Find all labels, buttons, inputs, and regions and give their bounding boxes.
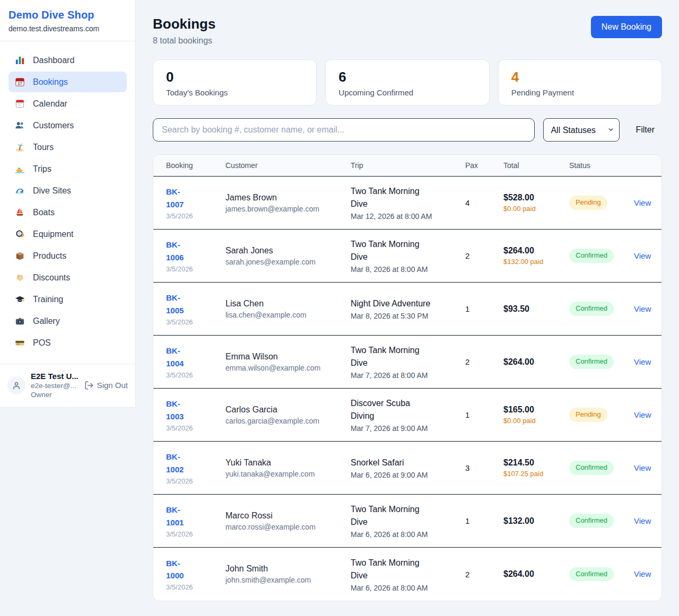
booking-date: 3/5/2026	[166, 212, 221, 220]
view-link[interactable]: View	[634, 516, 651, 525]
booking-id-link[interactable]: BK-1004	[166, 345, 196, 369]
table-row: BK-1005 3/5/2026 Lisa Chen lisa.chen@exa…	[153, 283, 661, 336]
sidebar-item-calendar[interactable]: Calendar	[8, 93, 127, 114]
sidebar-item-dashboard[interactable]: Dashboard	[8, 50, 127, 71]
status-badge: Confirmed	[569, 249, 614, 263]
table-row: BK-1001 3/5/2026 Marco Rossi marco.rossi…	[153, 495, 661, 548]
total-amount: $93.50	[503, 304, 565, 314]
status-cell: Confirmed	[569, 560, 634, 589]
trip-name: Snorkel Safari	[351, 456, 434, 469]
filter-button[interactable]: Filter	[628, 125, 662, 135]
customer-name: Yuki Tanaka	[225, 458, 346, 468]
booking-date: 3/5/2026	[166, 318, 221, 326]
sidebar-item-trips[interactable]: Trips	[8, 159, 127, 179]
view-link[interactable]: View	[634, 198, 651, 207]
status-filter-select[interactable]: All Statuses	[543, 118, 620, 142]
sidebar-item-pos[interactable]: POS	[8, 332, 127, 353]
page-header-text: Bookings 8 total bookings	[153, 16, 215, 46]
view-link[interactable]: View	[634, 463, 651, 472]
new-booking-button[interactable]: New Booking	[591, 16, 662, 38]
status-cell: Pending	[569, 188, 634, 217]
customer-name: Lisa Chen	[225, 299, 346, 309]
customer-cell: John Smith john.smith@example.com	[225, 557, 351, 592]
brand-domain: demo.test.divestreams.com	[8, 24, 127, 33]
table-row: BK-1006 3/5/2026 Sarah Jones sarah.jones…	[153, 230, 661, 283]
booking-date: 3/5/2026	[166, 265, 221, 273]
stat-value: 4	[511, 69, 649, 85]
status-badge: Confirmed	[569, 302, 614, 316]
booking-id-link[interactable]: BK-1007	[166, 186, 196, 210]
total-cell: $528.00 $0.00 paid	[503, 186, 569, 220]
trip-cell: Discover Scuba Diving Mar 7, 2026 at 9:0…	[351, 390, 465, 440]
user-role: Owner	[31, 391, 79, 399]
booking-cell: BK-1005 3/5/2026	[166, 284, 225, 333]
view-link[interactable]: View	[634, 410, 651, 419]
booking-cell: BK-1003 3/5/2026	[166, 390, 225, 439]
booking-id-link[interactable]: BK-1001	[166, 504, 196, 529]
stats-row: 0 Today's Bookings 6 Upcoming Confirmed …	[153, 59, 662, 105]
booking-id-link[interactable]: BK-1003	[166, 398, 196, 423]
total-amount: $165.00	[503, 405, 565, 415]
status-badge: Pending	[569, 196, 607, 210]
sidebar-item-label: Gallery	[33, 316, 60, 326]
pax-cell: 2	[465, 350, 503, 374]
sign-out-button[interactable]: Sign Out	[84, 381, 128, 390]
table-row: BK-1003 3/5/2026 Carlos Garcia carlos.ga…	[153, 389, 661, 442]
paid-amount: $0.00 paid	[503, 205, 551, 213]
booking-id-link[interactable]: BK-1005	[166, 292, 196, 316]
total-cell: $132.00	[503, 509, 569, 533]
sidebar-item-discounts[interactable]: Discounts	[8, 267, 127, 288]
equipment-icon	[15, 229, 25, 239]
booking-date: 3/5/2026	[166, 583, 221, 591]
table-row: BK-1000 3/5/2026 John Smith john.smith@e…	[153, 548, 661, 601]
booking-cell: BK-1000 3/5/2026	[166, 550, 225, 599]
booking-id-link[interactable]: BK-1006	[166, 239, 196, 263]
actions-cell: View	[634, 191, 649, 215]
sidebar-item-customers[interactable]: Customers	[8, 115, 127, 136]
column-header-customer: Customer	[225, 161, 351, 170]
status-cell: Confirmed	[569, 453, 634, 482]
booking-id-link[interactable]: BK-1000	[166, 557, 196, 582]
total-amount: $264.00	[503, 569, 565, 579]
calendar-icon	[15, 99, 25, 109]
sidebar-item-bookings[interactable]: 17 Bookings	[8, 72, 127, 92]
sidebar-item-label: POS	[33, 338, 51, 348]
customer-cell: Sarah Jones sarah.jones@example.com	[225, 239, 351, 274]
avatar	[7, 376, 25, 394]
booking-date: 3/5/2026	[166, 424, 221, 432]
view-link[interactable]: View	[634, 569, 651, 578]
sidebar-item-label: Dashboard	[33, 56, 74, 65]
sidebar-item-dive-sites[interactable]: Dive Sites	[8, 180, 127, 201]
sidebar-item-training[interactable]: Training	[8, 289, 127, 310]
trip-cell: Two Tank Morning Dive Mar 7, 2026 at 8:0…	[351, 337, 465, 387]
user-info: E2E Test U... e2e-tester@... Owner	[31, 372, 79, 399]
stat-label: Today's Bookings	[166, 88, 303, 97]
sidebar-item-tours[interactable]: Tours	[8, 137, 127, 157]
sidebar-item-label: Bookings	[33, 77, 68, 87]
booking-date: 3/5/2026	[166, 530, 221, 538]
sidebar-item-label: Tours	[33, 143, 54, 152]
booking-cell: BK-1004 3/5/2026	[166, 337, 225, 386]
sidebar-item-boats[interactable]: Boats	[8, 202, 127, 223]
sidebar-item-equipment[interactable]: Equipment	[8, 224, 127, 244]
trip-cell: Two Tank Morning Dive Mar 12, 2026 at 8:…	[351, 178, 465, 228]
total-cell: $264.00	[503, 350, 569, 374]
dive-sites-icon	[15, 186, 25, 196]
paid-amount: $0.00 paid	[503, 417, 551, 425]
customer-name: Emma Wilson	[225, 352, 346, 362]
sidebar-item-products[interactable]: Products	[8, 245, 127, 266]
booking-id-link[interactable]: BK-1002	[166, 451, 196, 476]
user-icon	[12, 381, 21, 390]
view-link[interactable]: View	[634, 357, 651, 366]
sidebar-item-gallery[interactable]: Gallery	[8, 311, 127, 331]
sidebar-item-label: Dive Sites	[33, 186, 71, 196]
view-link[interactable]: View	[634, 251, 651, 260]
trip-cell: Two Tank Morning Dive Mar 6, 2026 at 8:0…	[351, 496, 465, 546]
view-link[interactable]: View	[634, 304, 651, 313]
search-input[interactable]	[153, 118, 535, 142]
pax-cell: 2	[465, 244, 503, 268]
status-badge: Confirmed	[569, 461, 614, 475]
app-window: Demo Dive Shop demo.test.divestreams.com…	[0, 0, 679, 616]
status-cell: Confirmed	[569, 241, 634, 270]
trip-name: Two Tank Morning Dive	[351, 557, 434, 582]
